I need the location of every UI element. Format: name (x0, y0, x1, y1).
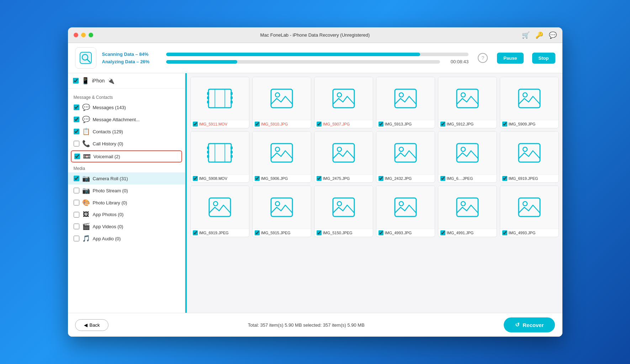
photo-stream-label: Photo Stream (0) (93, 188, 128, 193)
media-checkbox[interactable] (502, 230, 507, 235)
chat-icon[interactable]: 💬 (549, 31, 557, 39)
title-bar: Mac FoneLab - iPhone Data Recovery (Unre… (68, 27, 562, 43)
media-grid: IMG_5911.MOV IMG_5910.JPG IMG_5907.JPG I… (190, 77, 559, 237)
key-icon[interactable]: 🔑 (535, 31, 543, 39)
close-button[interactable] (74, 33, 78, 37)
camera-roll-label: Camera Roll (31) (93, 176, 128, 181)
svg-point-56 (523, 202, 527, 206)
svg-rect-55 (519, 198, 540, 216)
app-videos-checkbox[interactable] (74, 224, 79, 229)
messages-icon: 💬 (82, 103, 90, 111)
bottom-bar: ◀ Back Total: 357 item(s) 5.90 MB select… (68, 313, 562, 337)
analyzing-fill (166, 60, 237, 64)
status-text: Total: 357 item(s) 5.90 MB selected: 357… (248, 322, 365, 328)
svg-rect-43 (519, 144, 540, 162)
sidebar-item-messages[interactable]: 💬 Messages (143) (68, 101, 185, 113)
sidebar-item-app-photos[interactable]: 🖼 App Photos (0) (68, 209, 185, 220)
media-checkbox[interactable] (440, 230, 445, 235)
svg-point-48 (275, 202, 280, 206)
svg-point-15 (275, 93, 280, 97)
media-name: IMG_2432.JPG (385, 176, 412, 181)
media-name: IMG_5912.JPG (447, 122, 474, 126)
camera-roll-checkbox[interactable] (74, 176, 79, 181)
media-checkbox[interactable] (193, 230, 198, 235)
cart-icon[interactable]: 🛒 (522, 31, 530, 39)
window-controls (74, 33, 93, 37)
media-card: IMG_5150.JPEG (314, 186, 373, 237)
contacts-checkbox[interactable] (74, 129, 79, 134)
minimize-button[interactable] (81, 33, 86, 37)
call-history-checkbox[interactable] (74, 141, 79, 146)
media-card: IMG_5907.JPG (314, 77, 373, 128)
section-media: Media (68, 163, 185, 172)
sidebar-item-contacts[interactable]: 📋 Contacts (129) (68, 125, 185, 138)
voicemail-label: Voicemail (2) (94, 154, 120, 159)
help-button[interactable]: ? (478, 53, 488, 63)
svg-rect-45 (209, 198, 231, 216)
sidebar-item-camera-roll[interactable]: 📷 Camera Roll (31) (68, 172, 185, 184)
photo-library-icon: 🎨 (82, 199, 90, 207)
svg-rect-9 (231, 101, 233, 103)
media-checkbox[interactable] (193, 176, 198, 181)
svg-rect-25 (207, 146, 209, 149)
pause-button[interactable]: Pause (497, 53, 523, 64)
back-button[interactable]: ◀ Back (75, 319, 109, 331)
svg-point-42 (461, 147, 465, 151)
media-name: IMG_4993.JPG (385, 231, 412, 235)
media-checkbox[interactable] (255, 122, 260, 127)
media-checkbox[interactable] (317, 176, 322, 181)
svg-rect-20 (457, 89, 478, 108)
media-checkbox[interactable] (378, 176, 383, 181)
media-footer: IMG_6919.JPEG (191, 229, 249, 237)
media-name: IMG_4993.JPG (509, 231, 536, 235)
sidebar-item-call-history[interactable]: 📞 Call History (0) (68, 138, 185, 150)
svg-point-44 (523, 147, 527, 151)
sidebar-item-message-attachments[interactable]: 💬 Message Attachment... (68, 113, 185, 125)
media-checkbox[interactable] (255, 230, 260, 235)
message-attachments-checkbox[interactable] (74, 117, 79, 122)
voicemail-checkbox[interactable] (74, 154, 80, 159)
messages-checkbox[interactable] (74, 105, 79, 110)
message-attachments-icon: 💬 (82, 116, 90, 123)
media-name: IMG_5907.JPG (323, 122, 350, 126)
select-all-checkbox[interactable] (73, 78, 79, 84)
maximize-button[interactable] (89, 33, 93, 37)
svg-point-23 (523, 93, 527, 97)
stop-button[interactable]: Stop (532, 53, 555, 64)
media-checkbox[interactable] (502, 176, 507, 181)
svg-rect-26 (207, 151, 209, 154)
svg-rect-16 (333, 89, 354, 108)
media-checkbox[interactable] (378, 122, 383, 127)
svg-point-17 (337, 93, 342, 97)
media-checkbox[interactable] (317, 230, 322, 235)
sidebar-item-photo-library[interactable]: 🎨 Photo Library (0) (68, 197, 185, 209)
app-audio-checkbox[interactable] (74, 236, 79, 241)
svg-rect-8 (231, 96, 233, 99)
sidebar-item-photo-stream[interactable]: 📷 Photo Stream (0) (68, 184, 185, 197)
svg-point-52 (399, 202, 403, 206)
media-checkbox[interactable] (378, 230, 383, 235)
sidebar-item-voicemail[interactable]: 📼 Voicemail (2) (71, 150, 182, 162)
svg-rect-47 (271, 198, 292, 216)
svg-point-50 (337, 202, 342, 206)
media-checkbox[interactable] (255, 176, 260, 181)
media-checkbox[interactable] (317, 122, 322, 127)
svg-rect-22 (519, 89, 540, 108)
app-photos-checkbox[interactable] (74, 212, 79, 218)
photo-library-checkbox[interactable] (74, 200, 79, 205)
sidebar-item-app-audio[interactable]: 🎵 App Audio (0) (68, 232, 185, 245)
svg-rect-29 (231, 151, 233, 154)
recover-button[interactable]: ↺ Recover (504, 317, 555, 332)
media-card: IMG_6919.JPEG (500, 131, 559, 183)
svg-point-38 (337, 147, 342, 151)
title-icons: 🛒 🔑 💬 (522, 31, 557, 39)
media-checkbox[interactable] (193, 122, 198, 127)
media-footer: IMG_4991.JPG (438, 229, 497, 237)
photo-stream-checkbox[interactable] (74, 188, 79, 193)
media-checkbox[interactable] (440, 122, 445, 127)
media-checkbox[interactable] (502, 122, 507, 127)
svg-point-40 (399, 147, 403, 151)
media-checkbox[interactable] (440, 176, 445, 181)
sidebar-item-app-videos[interactable]: 🎬 App Videos (0) (68, 220, 185, 232)
media-thumbnail (500, 132, 558, 174)
